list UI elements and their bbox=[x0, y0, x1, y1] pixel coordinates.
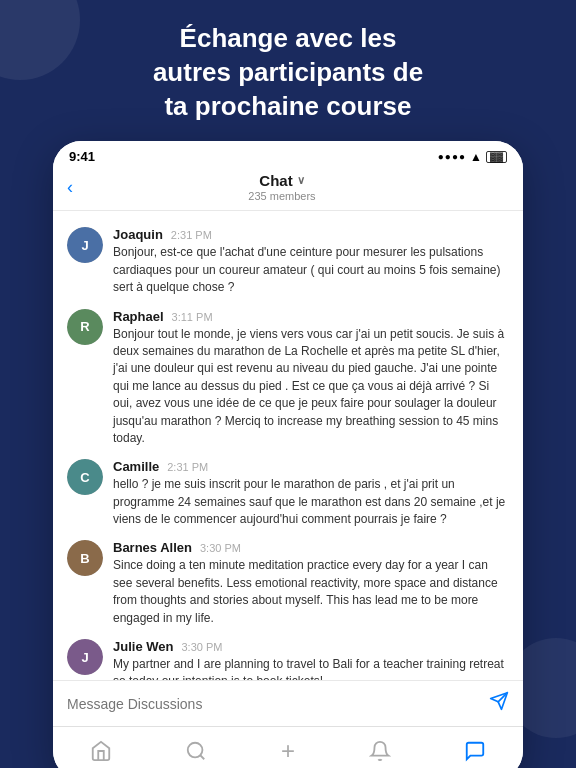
message-text: Bonjour, est-ce que l'achat d'une ceintu… bbox=[113, 244, 509, 296]
status-time: 9:41 bbox=[69, 149, 95, 164]
message-row: JJulie Wen3:30 PMMy partner and I are pl… bbox=[53, 633, 523, 680]
status-bar: 9:41 ●●●● ▲ ▓▓ bbox=[53, 141, 523, 168]
message-text: Bonjour tout le monde, je viens vers vou… bbox=[113, 326, 509, 448]
svg-line-3 bbox=[201, 756, 205, 760]
battery-icon: ▓▓ bbox=[486, 151, 507, 163]
sender-name: Raphael bbox=[113, 309, 164, 324]
phone-frame: 9:41 ●●●● ▲ ▓▓ ‹ Chat ∨ 235 members JJoa… bbox=[53, 141, 523, 768]
send-button[interactable] bbox=[489, 691, 509, 716]
avatar: J bbox=[67, 639, 103, 675]
tab-add[interactable]: + bbox=[265, 735, 311, 767]
message-time: 3:11 PM bbox=[172, 311, 213, 323]
sender-name: Camille bbox=[113, 459, 159, 474]
message-time: 3:30 PM bbox=[181, 641, 222, 653]
message-time: 2:31 PM bbox=[171, 229, 212, 241]
message-content: Barnes Allen3:30 PMSince doing a ten min… bbox=[113, 540, 509, 627]
tab-chat[interactable] bbox=[448, 738, 502, 764]
message-content: Raphael3:11 PMBonjour tout le monde, je … bbox=[113, 309, 509, 448]
sender-name: Joaquin bbox=[113, 227, 163, 242]
nav-bar: ‹ Chat ∨ 235 members bbox=[53, 168, 523, 211]
message-row: JJoaquin2:31 PMBonjour, est-ce que l'ach… bbox=[53, 221, 523, 302]
message-text: Since doing a ten minute meditation prac… bbox=[113, 557, 509, 627]
message-row: BBarnes Allen3:30 PMSince doing a ten mi… bbox=[53, 534, 523, 633]
sender-name: Barnes Allen bbox=[113, 540, 192, 555]
wifi-icon: ▲ bbox=[470, 150, 482, 164]
message-content: Camille2:31 PMhello ? je me suis inscrit… bbox=[113, 459, 509, 528]
chat-title: Chat ∨ bbox=[83, 172, 481, 189]
avatar: B bbox=[67, 540, 103, 576]
avatar: C bbox=[67, 459, 103, 495]
avatar: J bbox=[67, 227, 103, 263]
members-count: 235 members bbox=[83, 190, 481, 202]
back-button[interactable]: ‹ bbox=[67, 177, 73, 198]
signal-icon: ●●●● bbox=[438, 151, 466, 162]
tab-search[interactable] bbox=[169, 738, 223, 764]
message-text: My partner and I are planning to travel … bbox=[113, 656, 509, 680]
status-icons: ●●●● ▲ ▓▓ bbox=[438, 150, 507, 164]
sender-name: Julie Wen bbox=[113, 639, 173, 654]
message-content: Julie Wen3:30 PMMy partner and I are pla… bbox=[113, 639, 509, 680]
svg-point-2 bbox=[188, 743, 203, 758]
avatar: R bbox=[67, 309, 103, 345]
message-input[interactable] bbox=[67, 696, 479, 712]
app-header: Échange avec les autres participants de … bbox=[0, 0, 576, 141]
message-content: Joaquin2:31 PMBonjour, est-ce que l'acha… bbox=[113, 227, 509, 296]
tab-notifications[interactable] bbox=[353, 738, 407, 764]
nav-center: Chat ∨ 235 members bbox=[83, 172, 481, 202]
tab-home[interactable] bbox=[74, 738, 128, 764]
chat-list: JJoaquin2:31 PMBonjour, est-ce que l'ach… bbox=[53, 211, 523, 680]
tab-bar: + bbox=[53, 726, 523, 768]
message-time: 3:30 PM bbox=[200, 542, 241, 554]
input-bar bbox=[53, 680, 523, 726]
message-time: 2:31 PM bbox=[167, 461, 208, 473]
header-title: Échange avec les autres participants de … bbox=[40, 22, 536, 123]
message-row: CCamille2:31 PMhello ? je me suis inscri… bbox=[53, 453, 523, 534]
chevron-down-icon[interactable]: ∨ bbox=[297, 174, 305, 187]
message-text: hello ? je me suis inscrit pour le marat… bbox=[113, 476, 509, 528]
message-row: RRaphael3:11 PMBonjour tout le monde, je… bbox=[53, 303, 523, 454]
